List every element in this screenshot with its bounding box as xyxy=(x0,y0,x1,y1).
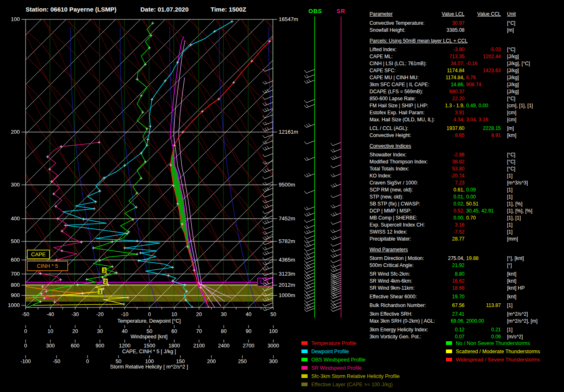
svg-text:150: 150 xyxy=(176,359,185,364)
table-row: 3km Effective SRH:27.41[m^2/s^2] xyxy=(370,311,564,318)
value-lcl: 0.12 xyxy=(415,326,464,333)
value-lcl: 0.52, xyxy=(415,208,464,215)
legend-swatch-icon xyxy=(446,358,452,361)
svg-text:300: 300 xyxy=(269,359,278,364)
unit-cell: [°C] xyxy=(507,158,515,165)
svg-text:3: 3 xyxy=(103,268,105,273)
value-lcl: 4.34, xyxy=(415,116,464,123)
value-extra: 6.76 xyxy=(466,74,476,81)
legend-swatch-icon xyxy=(446,341,452,345)
svg-text:Storm Relative Helicity [ m^2/: Storm Relative Helicity [ m^2/s^2 ] xyxy=(110,364,188,370)
table-row: Storm Direction | Motion:275.04,19.88 [°… xyxy=(370,255,564,262)
svg-text:5782m: 5782m xyxy=(279,238,295,244)
svg-text:CINH * 5: CINH * 5 xyxy=(37,263,58,269)
parameter-table: ParameterValue LCLValue CCLUnitConvectiv… xyxy=(370,11,564,340)
value-lcl: 18.68 xyxy=(415,285,464,292)
svg-text:16547m: 16547m xyxy=(279,16,298,22)
value-extra: 2000.00 xyxy=(466,318,484,325)
svg-text:70: 70 xyxy=(196,328,202,334)
table-row: DCP | MMP | MSP:0.52,30.45, 42.91 [1], [… xyxy=(370,208,564,215)
value-lcl: 16.62 xyxy=(415,278,464,285)
svg-text:2100: 2100 xyxy=(193,343,205,349)
table-row: CAPE ML:713.351202.44[J/kg] xyxy=(370,53,564,60)
value-lcl: 34.07, xyxy=(415,60,464,67)
svg-text:2700: 2700 xyxy=(243,343,254,349)
svg-text:9500m: 9500m xyxy=(279,182,295,188)
table-row: SR Wind 9km-11km:18.68[knt] HP xyxy=(370,285,564,292)
unit-cell: [knt] HP xyxy=(507,285,525,292)
table-row: 3km SFC CAPE | IL CAPE:14.86,908.74 [J/k… xyxy=(370,81,564,88)
unit-cell: [1] xyxy=(507,326,512,333)
value-extra: 0.49, 0.00 xyxy=(466,102,488,109)
value-lcl: 713.35 xyxy=(415,53,464,60)
unit-cell: [m^2/s^2], [m] xyxy=(507,318,538,325)
legend-item-profile: OBS Windspeed Profile xyxy=(301,357,400,365)
unit-cell: [1] xyxy=(507,187,512,194)
svg-text:900: 900 xyxy=(96,343,104,349)
value-lcl: 7.23 xyxy=(415,179,464,187)
unit-cell: [m^3/s^3] xyxy=(507,179,528,187)
value-extra: 50.51 xyxy=(466,201,479,208)
severity-legend: No / Non Severe ThunderstormsScattered /… xyxy=(446,340,540,365)
unit-cell: [J/kg] xyxy=(507,88,519,95)
unit-cell: [°C] xyxy=(507,165,515,172)
unit-cell: [knt] xyxy=(507,271,517,278)
svg-text:0: 0 xyxy=(24,343,27,349)
unit-cell: [km] xyxy=(507,132,517,139)
profile-legend: Temperature ProfileDewpoint ProfileOBS W… xyxy=(301,340,400,390)
sr-wind-barbs xyxy=(331,142,341,312)
svg-text:CAPE: CAPE xyxy=(31,251,46,257)
value-lcl: 0.00, xyxy=(415,215,464,222)
svg-text:30: 30 xyxy=(221,312,227,317)
svg-text:2012m: 2012m xyxy=(279,282,295,288)
table-section-title: Convective Indices xyxy=(370,143,564,150)
svg-text:-40: -40 xyxy=(47,312,54,317)
skewt-app-window: Station: 06610 Payerne (LSMP) Date: 01.0… xyxy=(0,0,564,392)
height-axis: 16547m12161m9500m7452m5782m4365m3123m201… xyxy=(273,16,298,298)
table-row: CAPE MU | CINH MU:1174.84,6.76 [J/kg] xyxy=(370,74,564,81)
svg-text:500: 500 xyxy=(11,238,20,244)
unit-cell: [°] xyxy=(507,262,512,269)
unit-cell: [1] xyxy=(507,229,512,236)
svg-text:400: 400 xyxy=(11,215,20,222)
svg-text:200: 200 xyxy=(207,359,216,364)
value-lcl: 30.97 xyxy=(415,20,464,27)
svg-text:2400: 2400 xyxy=(218,343,230,349)
unit-cell: [J/kg] xyxy=(507,67,519,74)
unit-cell: [°], [knt] xyxy=(507,255,524,262)
value-lcl: 0.61, xyxy=(415,187,464,194)
value-lcl: 275.04, xyxy=(415,255,464,262)
legend-swatch-icon xyxy=(446,349,452,353)
value-lcl: 28.77 xyxy=(415,236,464,243)
unit-cell: [1] xyxy=(507,302,512,309)
unit-cell: [cm], [1], [1] xyxy=(507,102,533,109)
svg-text:800: 800 xyxy=(11,282,20,288)
unit-cell: [°C] xyxy=(507,46,515,53)
svg-text:-20: -20 xyxy=(96,312,104,317)
srh-axis: -100-50050100150200250300Storm Relative … xyxy=(20,355,277,370)
svg-text:900: 900 xyxy=(11,292,20,298)
table-row: SWISS 12 Index:-7.52[1] xyxy=(370,229,564,236)
table-row: SCP RM (new, old):0.61,0.09 [1] xyxy=(370,187,564,194)
svg-text:Windspeed [knt]: Windspeed [knt] xyxy=(130,334,168,340)
svg-text:100: 100 xyxy=(11,16,20,22)
unit-cell: [J/kg] xyxy=(507,74,519,81)
value-lcl: -2.86 xyxy=(415,151,464,158)
svg-text:0: 0 xyxy=(24,328,27,334)
value-lcl: 1.3 - 1.9, xyxy=(415,102,464,109)
table-row: MB Comp | SHERBE:0.00,0.70 [1], [1] xyxy=(370,215,564,222)
sr-column-label: SR xyxy=(337,8,345,14)
table-row: Max. Hail Size (OLD, MU, IL):4.34,3.04, … xyxy=(370,116,564,123)
value-ccl: 113.87 xyxy=(467,302,501,309)
legend-item-profile: Dewpoint Profile xyxy=(301,349,400,357)
value-lcl: 53.80 xyxy=(415,165,464,172)
value-lcl: 3.16 xyxy=(415,222,464,229)
value-lcl: 69.06, xyxy=(415,318,464,325)
value-lcl: 8.80 xyxy=(415,271,464,278)
table-row: 3km Vorticity Gen. Pot.:0.070.09[m/s^2] xyxy=(370,333,564,340)
obs-column-label: OBS xyxy=(308,8,322,14)
table-row: Showalter Index:-2.86[°C] xyxy=(370,151,564,158)
unit-cell: [knt] xyxy=(507,293,517,300)
table-row: 850-600 Lapse Rate:22.20[°C] xyxy=(370,95,564,102)
table-row: CAPE SFC:1174.841423.63[J/kg] xyxy=(370,67,564,74)
